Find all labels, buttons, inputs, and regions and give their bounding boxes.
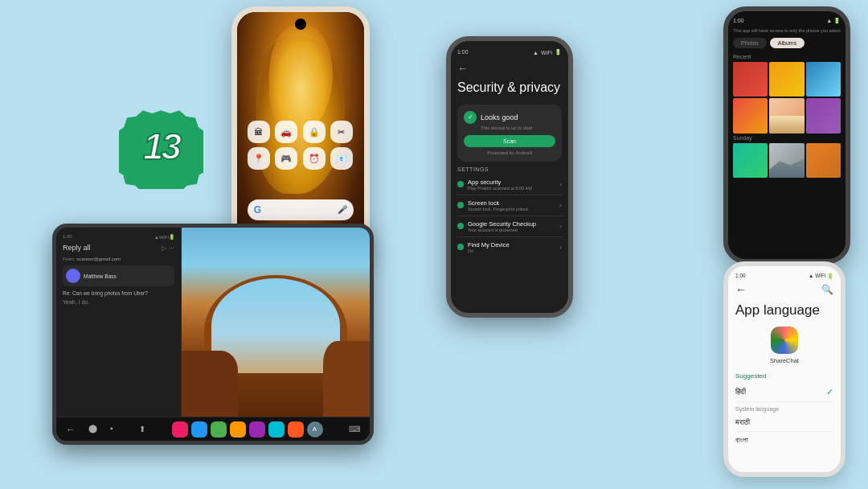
bangla-lang-name: বাংলা: [735, 436, 748, 445]
lang-status-bar: 1:00 ▲ WiFi 🔋: [735, 273, 833, 279]
tablet-status-bar: 1:00 ▲WiFi🔋: [63, 234, 174, 240]
looks-good-label: Looks good: [481, 113, 518, 121]
scan-button[interactable]: Scan: [464, 135, 555, 147]
phone-frame: 🏛 🚗 🔒 ✂ 📍 🎮 ⏰ 📧 G 🎤: [231, 6, 370, 260]
security-screen-content: 1:00 ▲ WiFi 🔋 ← Security & privacy ✓ Loo…: [451, 41, 568, 313]
photo-thumb-8[interactable]: [769, 143, 804, 178]
g-logo: G: [254, 204, 261, 216]
back-nav-icon[interactable]: ←: [66, 424, 76, 435]
phone-photos-frame: 1:00 ▲ 🔋 This app will have access to on…: [723, 6, 850, 264]
email-body-text: Yeah, I do.: [63, 299, 174, 305]
app-security-sub: Play Protect scanned at 8:00 AM: [468, 186, 555, 191]
android-badge: 13: [119, 105, 203, 189]
app-language-title: App language: [735, 302, 833, 318]
photo-thumb-3[interactable]: [806, 62, 841, 97]
keyboard-icon[interactable]: ⌨: [349, 425, 360, 434]
phone-camera: [295, 18, 306, 30]
google-security-name: Google Security Checkup: [468, 220, 555, 228]
photos-status-bar: 1:00 ▲ 🔋: [733, 18, 841, 24]
email-subject: Re: Can we bring photos from Uber?: [63, 290, 174, 296]
chevron-right-icon-3: ›: [559, 223, 562, 230]
sharechat-app-icon: [771, 327, 798, 354]
google-search-bar[interactable]: G 🎤: [248, 199, 354, 220]
screen-lock-name: Screen lock: [468, 199, 555, 207]
page-background: 13 🏛 🚗 🔒 ✂ 📍 🎮 ⏰ 📧: [0, 0, 868, 489]
photos-grid-sunday: [733, 143, 841, 178]
suggested-label: Suggested: [735, 372, 833, 380]
phone-home-screen: 🏛 🚗 🔒 ✂ 📍 🎮 ⏰ 📧 G 🎤: [231, 6, 370, 260]
green-dot-google-security: [457, 223, 464, 229]
photo-thumb-4[interactable]: [733, 98, 768, 133]
share-icon[interactable]: ⬆: [139, 425, 145, 434]
app-icons-grid: 🏛 🚗 🔒 ✂ 📍 🎮 ⏰ 📧: [248, 121, 354, 170]
status-bar: 1:00 ▲ WiFi 🔋: [457, 49, 562, 55]
tablet-foldable: 1:00 ▲WiFi🔋 Reply all ▷ ⋯ From: scanner@…: [52, 224, 374, 445]
recents-nav-icon[interactable]: ▪: [110, 424, 113, 435]
system-language-divider: System language: [735, 406, 833, 412]
lang-back-button[interactable]: ←: [735, 283, 747, 296]
photo-thumb-2[interactable]: [769, 62, 804, 97]
photo-thumb-9[interactable]: [806, 143, 841, 178]
sunday-section-label: Sunday: [733, 135, 841, 141]
chevron-right-icon-2: ›: [559, 202, 562, 209]
from-line: From: scanner@gmail.com: [63, 257, 174, 261]
marathi-lang-name: मराठी: [735, 418, 750, 427]
photo-thumb-1[interactable]: [733, 62, 768, 97]
tablet-frame: 1:00 ▲WiFi🔋 Reply all ▷ ⋯ From: scanner@…: [52, 224, 374, 445]
canyon-photo-panel: [182, 228, 370, 417]
photos-tabs: Photos Albums: [733, 38, 841, 48]
sender-avatar: [66, 269, 80, 283]
sender-info: Matthew Bass: [63, 265, 174, 286]
chevron-right-icon-4: ›: [559, 244, 562, 251]
hindi-lang-name: हिंदी: [735, 388, 746, 397]
green-dot-screen-lock: [457, 202, 464, 208]
tablet-bottom-bar: ← ⬤ ▪ ⬆ A ⌨: [56, 417, 370, 441]
back-button[interactable]: ←: [457, 62, 562, 75]
security-title: Security & privacy: [457, 80, 562, 97]
setting-app-security[interactable]: App security Play Protect scanned at 8:0…: [457, 175, 562, 195]
photo-thumb-5[interactable]: [769, 98, 804, 133]
sharechat-app-name: ShareChat: [735, 357, 833, 364]
lang-item-bangla[interactable]: বাংলা: [735, 432, 833, 449]
lang-item-hindi[interactable]: हिंदी ✓: [735, 383, 833, 402]
badge-number: 13: [143, 124, 179, 167]
photo-thumb-7[interactable]: [733, 143, 768, 178]
phone-app-language: 1:00 ▲ WiFi 🔋 ← 🔍 App language ShareChat…: [723, 261, 845, 477]
green-dot-app-security: [457, 181, 464, 187]
google-security-sub: Your account is protected: [468, 228, 555, 232]
screen-lock-sub: Screen lock, Fingerprint unlock: [468, 207, 555, 212]
lang-header: ← 🔍: [735, 283, 833, 296]
setting-screen-lock[interactable]: Screen lock Screen lock, Fingerprint unl…: [457, 195, 562, 216]
hindi-check-icon: ✓: [826, 387, 833, 397]
recent-section-label: Recent: [733, 54, 841, 60]
phone-security-frame: 1:00 ▲ WiFi 🔋 ← Security & privacy ✓ Loo…: [446, 36, 573, 318]
phone-photos: 1:00 ▲ 🔋 This app will have access to on…: [723, 6, 850, 264]
photo-thumb-6[interactable]: [806, 98, 841, 133]
mic-icon: 🎤: [338, 205, 347, 214]
lang-search-button[interactable]: 🔍: [821, 284, 833, 295]
green-dot-find-device: [457, 244, 464, 250]
security-status-card: ✓ Looks good This device is up to date S…: [457, 105, 562, 162]
email-panel: 1:00 ▲WiFi🔋 Reply all ▷ ⋯ From: scanner@…: [56, 228, 182, 417]
reply-all-label: Reply all: [63, 244, 91, 252]
photos-permission-text: This app will have access to only the ph…: [733, 28, 841, 33]
find-device-sub: On: [468, 249, 555, 253]
photos-grid-recent: [733, 62, 841, 134]
shield-check-icon: ✓: [464, 111, 477, 124]
albums-tab[interactable]: Albums: [770, 38, 805, 48]
find-device-name: Find My Device: [468, 241, 555, 249]
photos-screen: 1:00 ▲ 🔋 This app will have access to on…: [728, 11, 845, 259]
home-nav-icon[interactable]: ⬤: [88, 424, 97, 435]
phone-security: 1:00 ▲ WiFi 🔋 ← Security & privacy ✓ Loo…: [446, 36, 573, 318]
settings-section-label: Settings: [457, 166, 562, 172]
lang-item-marathi[interactable]: मराठी: [735, 414, 833, 432]
setting-google-security[interactable]: Google Security Checkup Your account is …: [457, 216, 562, 237]
status-time: 1:00: [457, 49, 469, 55]
reply-all-header: Reply all ▷ ⋯: [63, 244, 174, 252]
app-security-name: App security: [468, 179, 555, 186]
device-updated-text: This device is up to date: [481, 125, 555, 130]
photos-tab[interactable]: Photos: [733, 38, 767, 48]
language-screen: 1:00 ▲ WiFi 🔋 ← 🔍 App language ShareChat…: [728, 266, 841, 472]
setting-find-device[interactable]: Find My Device On ›: [457, 237, 562, 257]
sender-name: Matthew Bass: [84, 273, 117, 279]
